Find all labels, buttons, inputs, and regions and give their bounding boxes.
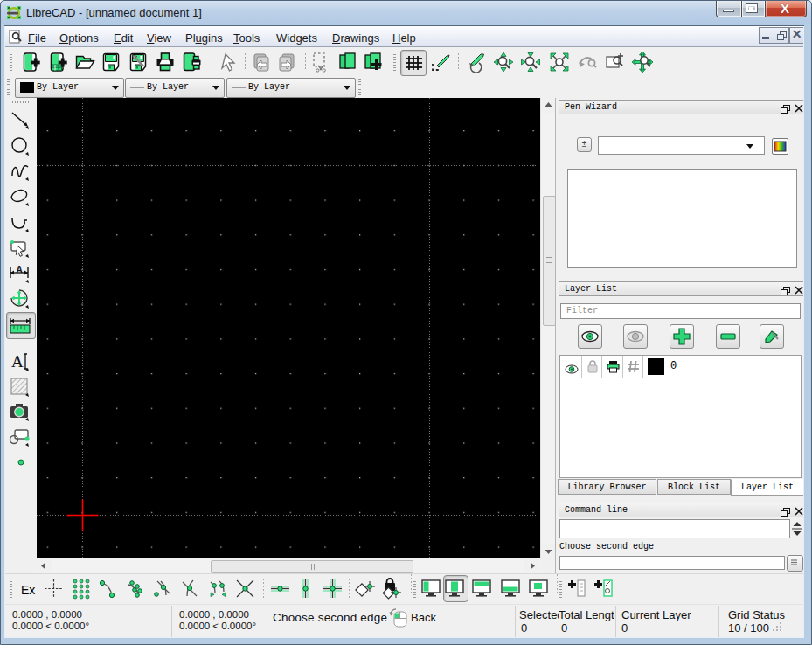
svg-text:A: A (16, 265, 22, 274)
svg-text:A: A (11, 352, 24, 371)
